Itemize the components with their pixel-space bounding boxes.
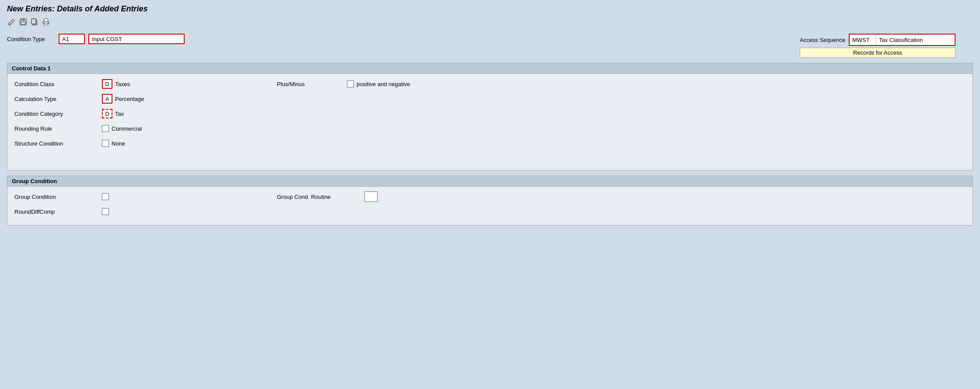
- control-data-1-section: Control Data 1 Condition Class D Taxes P…: [7, 63, 973, 170]
- plus-minus-label: Plus/Minus: [277, 81, 347, 87]
- svg-rect-2: [21, 22, 25, 24]
- condition-class-label: Condition Class: [14, 81, 102, 87]
- print-icon[interactable]: [41, 17, 51, 27]
- access-seq-code-input[interactable]: [850, 35, 876, 45]
- structure-condition-value: None: [102, 140, 125, 147]
- access-sequence-group: Access Sequence Records for Access: [800, 34, 956, 58]
- condition-category-value: D Tax: [102, 109, 124, 118]
- save-icon[interactable]: [18, 17, 28, 27]
- edit-icon[interactable]: [7, 17, 17, 27]
- structure-condition-label: Structure Condition: [14, 140, 102, 147]
- access-sequence-label: Access Sequence: [800, 37, 845, 43]
- plus-minus-value: positive and negative: [347, 80, 410, 87]
- group-condition-value: [102, 193, 109, 200]
- group-condition-col: Group Condition: [14, 193, 277, 200]
- condition-class-row: Condition Class D Taxes Plus/Minus posit…: [14, 78, 966, 90]
- round-diff-comp-label: RoundDiffComp: [14, 208, 102, 215]
- condition-class-text: Taxes: [115, 81, 130, 87]
- structure-condition-text: None: [112, 140, 125, 147]
- svg-rect-6: [44, 19, 48, 21]
- calculation-type-row: Calculation Type A Percentage: [14, 93, 966, 104]
- plus-minus-text: positive and negative: [357, 81, 410, 87]
- plus-minus-col: Plus/Minus positive and negative: [277, 80, 410, 87]
- condition-class-value: D Taxes: [102, 79, 130, 89]
- plus-minus-checkbox[interactable]: [347, 80, 354, 87]
- access-seq-row: Access Sequence: [800, 34, 956, 46]
- group-condition-section: Group Condition Group Condition Group Co…: [7, 176, 973, 226]
- condition-class-code[interactable]: D: [102, 79, 112, 89]
- rounding-rule-label: Rounding Rule: [14, 125, 102, 132]
- access-seq-value-input[interactable]: [876, 35, 955, 45]
- calculation-type-code[interactable]: A: [102, 94, 112, 104]
- calculation-type-value: A Percentage: [102, 94, 144, 104]
- condition-category-text: Tax: [115, 111, 124, 117]
- group-condition-label: Group Condition: [14, 194, 102, 200]
- toolbar: [0, 15, 980, 30]
- group-cond-routine-col: Group Cond. Routine: [277, 191, 378, 202]
- round-diff-comp-checkbox[interactable]: [102, 208, 109, 215]
- calculation-type-label: Calculation Type: [14, 96, 102, 102]
- condition-category-row: Condition Category D Tax: [14, 108, 966, 119]
- copy-icon[interactable]: [30, 17, 39, 27]
- rounding-rule-text: Commercial: [112, 125, 142, 132]
- condition-type-group: Condition Type: [7, 34, 185, 44]
- condition-class-col: Condition Class D Taxes: [14, 79, 277, 89]
- access-seq-inputs: [849, 34, 956, 46]
- header-fields: Condition Type Access Sequence Records f…: [7, 34, 973, 58]
- structure-condition-row: Structure Condition None: [14, 138, 966, 149]
- form-area: Condition Type Access Sequence Records f…: [0, 30, 980, 234]
- condition-type-value-input[interactable]: [88, 34, 185, 44]
- title-bar: New Entries: Details of Added Entries: [0, 0, 980, 15]
- rounding-rule-checkbox[interactable]: [102, 125, 109, 132]
- group-cond-routine-label: Group Cond. Routine: [277, 194, 364, 200]
- rounding-rule-value: Commercial: [102, 125, 142, 132]
- svg-rect-7: [44, 23, 48, 25]
- condition-category-label: Condition Category: [14, 111, 102, 117]
- condition-type-label: Condition Type: [7, 36, 55, 42]
- round-diff-comp-value: [102, 208, 109, 215]
- group-condition-body: Group Condition Group Cond. Routine Roun…: [7, 187, 973, 225]
- group-cond-routine-box[interactable]: [364, 191, 378, 202]
- page-title: New Entries: Details of Added Entries: [7, 4, 973, 14]
- group-condition-header: Group Condition: [7, 176, 973, 187]
- condition-category-code[interactable]: D: [102, 109, 112, 118]
- control-data-1-body: Condition Class D Taxes Plus/Minus posit…: [7, 74, 973, 170]
- group-condition-row: Group Condition Group Cond. Routine: [14, 191, 966, 202]
- condition-type-code-input[interactable]: [59, 34, 85, 44]
- round-diff-comp-row: RoundDiffComp: [14, 206, 966, 217]
- records-for-access-button[interactable]: Records for Access: [800, 48, 956, 58]
- rounding-rule-row: Rounding Rule Commercial: [14, 123, 966, 134]
- main-container: New Entries: Details of Added Entries: [0, 0, 980, 389]
- svg-rect-1: [21, 19, 25, 21]
- group-condition-checkbox[interactable]: [102, 193, 109, 200]
- structure-condition-checkbox[interactable]: [102, 140, 109, 147]
- control-data-1-header: Control Data 1: [7, 63, 973, 74]
- calculation-type-text: Percentage: [115, 96, 144, 102]
- svg-rect-4: [32, 19, 36, 24]
